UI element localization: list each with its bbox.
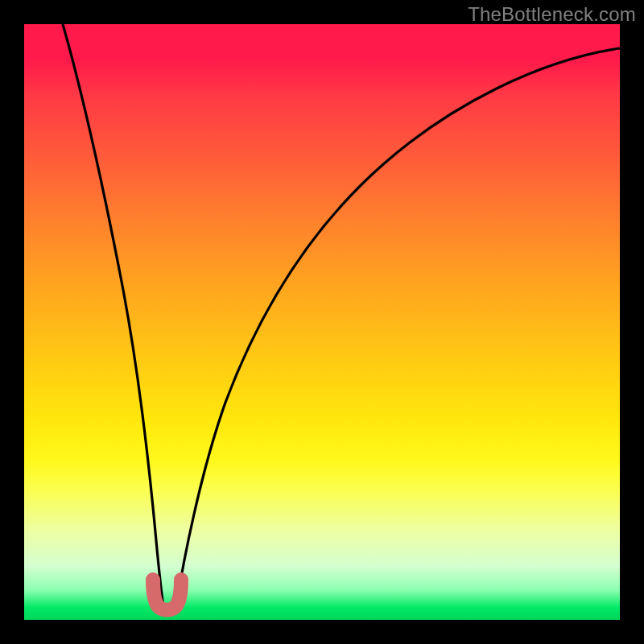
bottleneck-curve [63, 24, 620, 605]
curve-layer [24, 24, 620, 620]
chart-frame: TheBottleneck.com [0, 0, 644, 644]
plot-area [24, 24, 620, 620]
notch-marker [153, 580, 181, 610]
watermark-text: TheBottleneck.com [468, 3, 636, 26]
